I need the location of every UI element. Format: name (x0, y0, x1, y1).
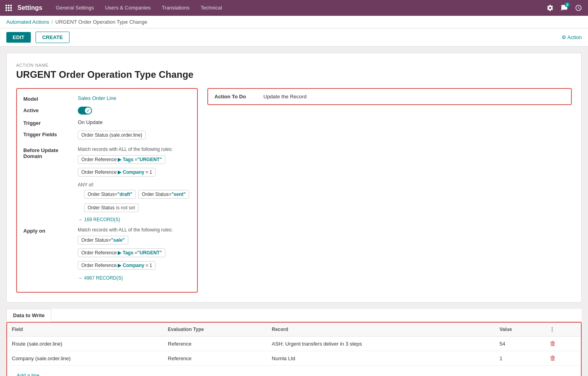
trigger-label: Trigger (23, 119, 75, 126)
row1-record: ASH: Urgent transfers deliver in 3 steps (267, 337, 495, 351)
row1-field: Route (sale.order.line) (7, 337, 163, 351)
svg-rect-4 (8, 7, 9, 9)
data-table: Field Evaluation Type Record Value ⋮ (7, 323, 581, 376)
create-button[interactable]: CREATE (36, 32, 70, 43)
active-row: Active ✓ (23, 107, 191, 115)
col-options: ⋮ (545, 323, 581, 337)
before-rule-2: Order Reference ▶ Company = 1 (78, 168, 156, 177)
topnav-right: 2 (544, 2, 585, 14)
before-update-desc: Match records with ALL of the following … (78, 147, 191, 152)
clock-icon-btn[interactable] (572, 2, 585, 14)
settings-icon-btn[interactable] (544, 2, 556, 14)
breadcrumb-separator: / (51, 19, 53, 25)
model-value[interactable]: Sales Order Line (78, 95, 116, 101)
topnav-technical[interactable]: Technical (195, 0, 227, 16)
any-of-label: ANY of: (78, 182, 191, 188)
apply-on-label: Apply on (23, 227, 75, 234)
grid-menu-icon[interactable] (3, 2, 14, 13)
edit-button[interactable]: EDIT (6, 32, 31, 43)
trigger-fields-label: Trigger Fields (23, 131, 75, 137)
chat-icon-btn[interactable]: 2 (558, 2, 571, 14)
top-navigation: Settings General Settings Users & Compan… (0, 0, 588, 16)
records-apply-link[interactable]: → 4967 RECORD(S) (78, 275, 173, 281)
row2-field: Company (sale.order.line) (7, 351, 163, 366)
left-column: Model Sales Order Line Active ✓ Trigger … (16, 88, 198, 293)
svg-rect-1 (8, 5, 9, 6)
any-rule-3: Order Status is not set (84, 203, 139, 212)
records-before-link[interactable]: → 169 RECORD(S) (78, 217, 191, 222)
topnav-menu: General Settings Users & Companies Trans… (50, 0, 542, 16)
breadcrumb-parent[interactable]: Automated Actions (6, 19, 49, 25)
any-rule-1: Order Status = "draft" (84, 190, 136, 199)
apply-rule-1: Order Status = "sale" (78, 236, 128, 244)
apply-rule-2: Order Reference ▶ Tags = "URGENT" (78, 248, 165, 257)
table-row: Route (sale.order.line) Reference ASH: U… (7, 337, 581, 351)
delete-icon: 🗑 (550, 355, 556, 361)
trigger-fields-row: Trigger Fields Order Status (sale.order.… (23, 131, 191, 142)
apply-on-row: Apply on Match records with ALL of the f… (23, 227, 191, 281)
active-label: Active (23, 107, 75, 113)
tab-data-to-write[interactable]: Data to Write (6, 309, 51, 322)
svg-rect-5 (10, 7, 12, 9)
svg-rect-7 (8, 9, 9, 11)
row2-value: 1 (495, 351, 545, 366)
active-toggle[interactable]: ✓ (78, 107, 92, 115)
toolbar: EDIT CREATE ⚙ Action (0, 28, 588, 47)
data-table-card: Field Evaluation Type Record Value ⋮ (6, 322, 582, 376)
table-row: Company (sale.order.line) Reference Numl… (7, 351, 581, 366)
add-line-button[interactable]: Add a line (12, 369, 44, 376)
action-name-title: URGENT Order Operation Type Change (16, 69, 572, 80)
model-label: Model (23, 95, 75, 102)
before-update-row: Before Update Domain Match records with … (23, 147, 191, 222)
col-evaluation-type: Evaluation Type (163, 323, 267, 337)
breadcrumb: Automated Actions / URGENT Order Operati… (0, 16, 588, 28)
action-to-do-card: Action To Do Update the Record (207, 88, 572, 105)
app-title: Settings (17, 4, 42, 11)
action-to-do-label: Action To Do (214, 94, 254, 100)
topnav-translations[interactable]: Translations (156, 0, 195, 16)
before-update-rules: Match records with ALL of the following … (78, 147, 191, 222)
svg-rect-0 (6, 5, 7, 6)
action-button[interactable]: ⚙ Action (562, 34, 582, 40)
topnav-users-companies[interactable]: Users & Companies (100, 0, 156, 16)
trigger-value: On Update (78, 119, 103, 125)
apply-on-rules: Match records with ALL of the following … (78, 227, 173, 281)
add-line-cell: Add a line (7, 366, 581, 376)
action-to-do-value: Update the Record (263, 94, 306, 100)
topnav-general-settings[interactable]: General Settings (50, 0, 100, 16)
add-line-row: Add a line (7, 366, 581, 376)
model-row: Model Sales Order Line (23, 95, 191, 102)
before-rule-1: Order Reference ▶ Tags = "URGENT" (78, 155, 165, 164)
row1-delete[interactable]: 🗑 (545, 337, 581, 351)
trigger-fields-value[interactable]: Order Status (sale.order.line) (78, 131, 146, 139)
form-card: Action Name URGENT Order Operation Type … (6, 53, 582, 303)
before-update-rules-block: Order Reference ▶ Tags = "URGENT" Order … (78, 155, 191, 179)
svg-rect-3 (6, 7, 7, 9)
apply-rule-3: Order Reference ▶ Company = 1 (78, 261, 156, 270)
action-name-label: Action Name (16, 63, 572, 68)
any-rule-2: Order Status = "sent" (138, 190, 189, 199)
delete-icon: 🗑 (550, 340, 556, 347)
row2-record: Numla Ltd (267, 351, 495, 366)
svg-rect-6 (6, 9, 7, 11)
svg-rect-8 (10, 9, 12, 11)
before-update-label: Before Update Domain (23, 147, 75, 159)
chat-badge: 2 (565, 2, 570, 7)
apply-on-rules-block: Order Status = "sale" Order Reference ▶ … (78, 236, 173, 272)
row1-value: 54 (495, 337, 545, 351)
data-to-write-section: Data to Write Field Evaluation Type Reco… (6, 309, 582, 376)
row2-delete[interactable]: 🗑 (545, 351, 581, 366)
row2-evaluation-type: Reference (163, 351, 267, 366)
toggle-knob: ✓ (85, 107, 91, 114)
right-column: Action To Do Update the Record (207, 88, 572, 293)
col-field: Field (7, 323, 163, 337)
table-header-row: Field Evaluation Type Record Value ⋮ (7, 323, 581, 337)
apply-on-desc: Match records with ALL of the following … (78, 227, 173, 233)
any-rules: Order Status = "draft" Order Status = "s… (84, 190, 191, 214)
form-two-col: Model Sales Order Line Active ✓ Trigger … (16, 88, 572, 293)
col-value: Value (495, 323, 545, 337)
trigger-row: Trigger On Update (23, 119, 191, 126)
svg-rect-2 (10, 5, 12, 6)
main-content: Action Name URGENT Order Operation Type … (0, 47, 588, 376)
col-record: Record (267, 323, 495, 337)
